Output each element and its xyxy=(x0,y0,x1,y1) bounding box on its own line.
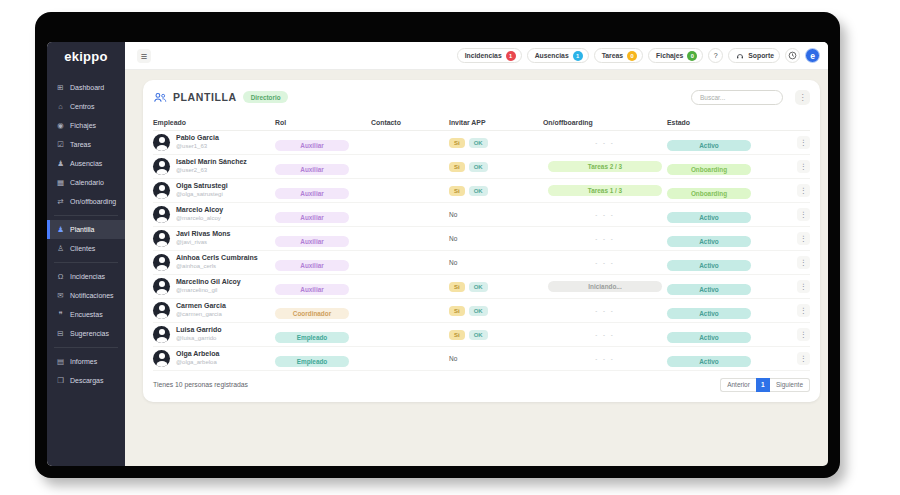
sidebar-item-tareas[interactable]: ☑Tareas xyxy=(47,135,125,154)
device-frame: ekippo ⊞Dashboard⌂Centros◉Fichajes☑Tarea… xyxy=(35,12,840,478)
employee-username: @luisa_garrido xyxy=(176,335,222,343)
table-row[interactable]: Olga Satrustegi@olga_satrustegiAuxiliarS… xyxy=(153,179,810,203)
employee-name: Ainhoa Cerls Cumbrains xyxy=(176,254,258,263)
invitar-no-label: No xyxy=(449,211,457,218)
incidencias-counter-button[interactable]: Incidencias1 xyxy=(457,48,522,63)
menu-icon[interactable]: ≡ xyxy=(137,49,151,63)
topbar-counters: Incidencias1Ausencias1Tareas0Fichajes0 xyxy=(457,48,704,63)
invitar-ok-badge: OK xyxy=(469,282,488,292)
estado-cell: Activo xyxy=(667,230,795,248)
invitar-ok-badge: OK xyxy=(469,162,488,172)
avatar xyxy=(153,206,170,223)
search-input[interactable] xyxy=(691,90,783,105)
sidebar-item-plantilla[interactable]: ♟Plantilla xyxy=(47,220,125,239)
row-menu-button[interactable]: ⋮ xyxy=(797,328,810,341)
account-avatar[interactable]: e xyxy=(805,48,820,63)
onoffboarding-empty: - - - xyxy=(595,260,614,266)
rol-pill: Coordinador xyxy=(275,308,349,319)
table-row[interactable]: Marcelino Gil Alcoy@marcelino_gilAuxilia… xyxy=(153,275,810,299)
plantilla-icon: ♟ xyxy=(56,226,65,234)
row-menu-button[interactable]: ⋮ xyxy=(797,256,810,269)
employee-name: Pablo Garcia xyxy=(176,134,219,143)
employee-username: @carmen_garcia xyxy=(176,311,226,319)
table-row[interactable]: Isabel Marín Sánchez@user2_63AuxiliarSiO… xyxy=(153,155,810,179)
col-empleado: Empleado xyxy=(153,119,275,126)
sidebar-item-descargas[interactable]: ❐Descargas xyxy=(47,371,125,390)
soporte-button[interactable]: Soporte xyxy=(728,48,780,63)
tareas-counter-button[interactable]: Tareas0 xyxy=(594,48,643,63)
table-row[interactable]: Pablo Garcia@user1_63AuxiliarSiOK- - -Ac… xyxy=(153,131,810,155)
counter-label: Incidencias xyxy=(465,52,502,59)
table-row[interactable]: Olga Arbeloa@olga_arbeloaEmpleadoNo- - -… xyxy=(153,347,810,371)
counter-label: Tareas xyxy=(602,52,623,59)
employee-names: Javi Rivas Mons@javi_rivas xyxy=(176,230,230,246)
table-row[interactable]: Ainhoa Cerls Cumbrains@ainhoa_cerlsAuxil… xyxy=(153,251,810,275)
estado-pill: Onboarding xyxy=(667,164,751,175)
help-button[interactable]: ? xyxy=(708,48,723,63)
estado-cell: Activo xyxy=(667,134,795,152)
rol-cell: Auxiliar xyxy=(275,206,371,224)
employee-names: Luisa Garrido@luisa_garrido xyxy=(176,326,222,342)
counter-badge: 0 xyxy=(687,51,697,61)
avatar xyxy=(153,230,170,247)
row-menu-button[interactable]: ⋮ xyxy=(797,280,810,293)
employee-username: @olga_arbeloa xyxy=(176,359,219,367)
invitar-ok-badge: OK xyxy=(469,186,488,196)
ausencias-counter-button[interactable]: Ausencias1 xyxy=(527,48,589,63)
rol-cell: Auxiliar xyxy=(275,158,371,176)
sidebar-item-label: Descargas xyxy=(70,377,103,384)
row-menu-button[interactable]: ⋮ xyxy=(797,232,810,245)
estado-cell: Activo xyxy=(667,302,795,320)
sidebar-item-centros[interactable]: ⌂Centros xyxy=(47,97,125,116)
invitar-app-cell: SiOK xyxy=(449,186,543,196)
onoffboarding-cell: - - - xyxy=(543,212,667,218)
sidebar-item-clientes[interactable]: ♙Clientes xyxy=(47,239,125,258)
pagination: Anterior 1 Siguiente xyxy=(720,378,810,392)
fichajes-icon: ◉ xyxy=(56,122,65,130)
row-menu-button[interactable]: ⋮ xyxy=(797,136,810,149)
sidebar-item-encuestas[interactable]: ❞Encuestas xyxy=(47,305,125,324)
table-row[interactable]: Javi Rivas Mons@javi_rivasAuxiliarNo- - … xyxy=(153,227,810,251)
sidebar-item-fichajes[interactable]: ◉Fichajes xyxy=(47,116,125,135)
onoffboarding-cell: Tareas 1 / 3 xyxy=(543,185,667,196)
table-row[interactable]: Marcelo Alcoy@marcelo_alcoyAuxiliarNo- -… xyxy=(153,203,810,227)
row-menu-button[interactable]: ⋮ xyxy=(797,160,810,173)
descargas-icon: ❐ xyxy=(56,377,65,385)
employee-name: Olga Satrustegi xyxy=(176,182,228,191)
estado-cell: Activo xyxy=(667,206,795,224)
sidebar-item-calendario[interactable]: ▦Calendario xyxy=(47,173,125,192)
pagination-next-button[interactable]: Siguiente xyxy=(770,378,810,392)
row-menu-button[interactable]: ⋮ xyxy=(797,184,810,197)
table-row[interactable]: Carmen Garcia@carmen_garciaCoordinadorSi… xyxy=(153,299,810,323)
row-menu-button[interactable]: ⋮ xyxy=(797,208,810,221)
employee-name: Carmen Garcia xyxy=(176,302,226,311)
onoffboarding-empty: - - - xyxy=(595,212,614,218)
table-row[interactable]: Luisa Garrido@luisa_garridoEmpleadoSiOK-… xyxy=(153,323,810,347)
sidebar-item-label: Notificaciones xyxy=(70,292,114,299)
onoffboarding-empty: - - - xyxy=(595,140,614,146)
invitar-ok-badge: OK xyxy=(469,138,488,148)
estado-pill: Activo xyxy=(667,284,751,295)
sidebar-item-sugerencias[interactable]: ⊟Sugerencias xyxy=(47,324,125,343)
card-menu-button[interactable]: ⋮ xyxy=(795,90,810,105)
row-menu-button[interactable]: ⋮ xyxy=(797,352,810,365)
col-estado: Estado xyxy=(667,119,795,126)
fichajes-counter-button[interactable]: Fichajes0 xyxy=(648,48,703,63)
onoffboarding-pill: Tareas 2 / 3 xyxy=(548,161,662,172)
sidebar-item-informes[interactable]: ▤Informes xyxy=(47,352,125,371)
estado-cell: Onboarding xyxy=(667,182,795,200)
pagination-page-1[interactable]: 1 xyxy=(756,378,770,392)
centros-icon: ⌂ xyxy=(56,103,65,111)
pagination-prev-button[interactable]: Anterior xyxy=(720,378,756,392)
row-menu-button[interactable]: ⋮ xyxy=(797,304,810,317)
invitar-app-cell: No xyxy=(449,259,543,266)
sidebar-item-dashboard[interactable]: ⊞Dashboard xyxy=(47,78,125,97)
sidebar-item-notificaciones[interactable]: ✉Notificaciones xyxy=(47,286,125,305)
help-icon: ? xyxy=(714,52,718,59)
clock-button[interactable] xyxy=(785,48,800,63)
sidebar-item-ausencias[interactable]: ♟Ausencias xyxy=(47,154,125,173)
sidebar-item-label: Centros xyxy=(70,103,95,110)
invitar-si-badge: Si xyxy=(449,138,465,148)
sidebar-item-incidencias[interactable]: ΩIncidencias xyxy=(47,267,125,286)
sidebar-item-on-offboarding[interactable]: ⇄On/offboarding xyxy=(47,192,125,211)
